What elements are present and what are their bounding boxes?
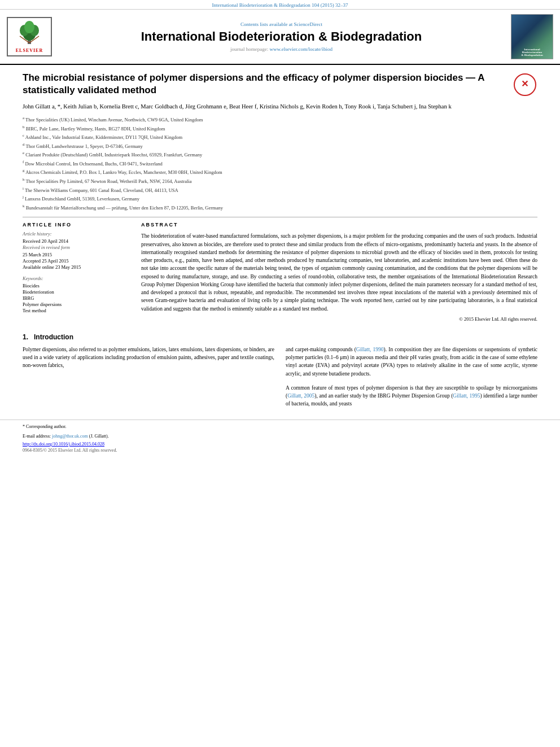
keyword-3: IBRG [23, 295, 130, 301]
elsevier-logo: ELSEVIER [7, 17, 52, 56]
info-abstract-section: ARTICLE INFO Article history: Received 2… [23, 222, 537, 322]
svg-point-4 [24, 21, 34, 33]
history-label: Article history: [23, 231, 130, 237]
abstract-heading: ABSTRACT [141, 222, 537, 228]
affiliation-k: k Bundesanstalt für Materialforschung un… [23, 203, 537, 212]
intro-text-right-1: and carpet-making compounds (Gillatt, 19… [286, 346, 537, 378]
affiliation-h: h Thor Specialities Pty Limited, 67 Newt… [23, 177, 537, 185]
affiliation-d: d Thor GmbH, Landwehrstrasse 1, Speyer, … [23, 142, 537, 150]
accepted-date: Accepted 25 April 2015 [23, 258, 130, 264]
intro-text-left: Polymer dispersions, also referred to as… [23, 346, 274, 370]
intro-text-right-2: A common feature of most types of polyme… [286, 384, 537, 408]
journal-center: Contents lists available at ScienceDirec… [58, 21, 505, 52]
doi-link[interactable]: http://dx.doi.org/10.1016/j.ibiod.2015.0… [23, 442, 104, 447]
keyword-2: Biodeterioration [23, 289, 130, 295]
issn-line: 0964-8305/© 2015 Elsevier Ltd. All right… [23, 448, 537, 453]
email-footnote: E-mail address: johng@thor.uk.com (J. Gi… [23, 433, 537, 439]
divider-1 [23, 217, 537, 217]
revised-label: Received in revised form [23, 244, 130, 250]
copyright-notice: © 2015 Elsevier Ltd. All rights reserved… [141, 316, 537, 322]
introduction-section: 1. Introduction Polymer dispersions, als… [0, 333, 560, 408]
affiliation-c: c Ashland Inc., Vale Industrial Estate, … [23, 133, 537, 141]
affiliation-a: a Thor Specialities (UK) Limited, Wincha… [23, 115, 537, 124]
article-footer: * Corresponding author. E-mail address: … [0, 420, 560, 458]
crossmark-icon: ✕ [514, 73, 536, 96]
abstract-body: The biodeterioration of water-based manu… [141, 232, 537, 313]
article-info-column: ARTICLE INFO Article history: Received 2… [23, 222, 130, 322]
online-date: Available online 23 May 2015 [23, 264, 130, 270]
abstract-column: ABSTRACT The biodeterioration of water-b… [141, 222, 537, 322]
intro-columns: Polymer dispersions, also referred to as… [23, 346, 537, 408]
affiliation-e: e Clariant Produkte (Deutschland) GmbH, … [23, 150, 537, 159]
top-bar: International Biodeterioration & Biodegr… [0, 0, 560, 10]
article-title: The microbial resistance of polymer disp… [23, 72, 537, 97]
keywords-label: Keywords: [23, 276, 130, 281]
sciencedirect-link: Contents lists available at ScienceDirec… [58, 21, 505, 27]
affiliation-f: f Dow Microbial Control, Im Ochsensand, … [23, 159, 537, 168]
intro-col-left: Polymer dispersions, also referred to as… [23, 346, 274, 408]
affiliations: a Thor Specialities (UK) Limited, Wincha… [23, 115, 537, 211]
sciencedirect-anchor[interactable]: ScienceDirect [294, 21, 322, 27]
keyword-1: Biocides [23, 283, 130, 289]
keyword-5: Test method [23, 308, 130, 313]
elsevier-wordmark: ELSEVIER [10, 48, 49, 53]
crossmark-badge: ✕ [512, 72, 537, 97]
journal-title: International Biodeterioration & Biodegr… [58, 29, 505, 44]
received-date: Received 20 April 2014 [23, 238, 130, 244]
journal-citation: International Biodeterioration & Biodegr… [212, 2, 348, 8]
affiliation-i: i The Sherwin Williams Company, 601 Cana… [23, 186, 537, 194]
corresponding-author-note: * Corresponding author. [23, 423, 537, 430]
keywords-section: Keywords: Biocides Biodeterioration IBRG… [23, 276, 130, 313]
doi-line: http://dx.doi.org/10.1016/j.ibiod.2015.0… [23, 442, 537, 447]
keyword-4: Polymer dispersions [23, 302, 130, 307]
journal-homepage: journal homepage: www.elsevier.com/locat… [58, 46, 505, 52]
cover-image: InternationalBiodeterioration& Biodegrad… [511, 14, 553, 59]
article-content: The microbial resistance of polymer disp… [0, 65, 560, 322]
cover-text: InternationalBiodeterioration& Biodegrad… [521, 48, 542, 56]
revised-date: 25 March 2015 [23, 252, 130, 257]
journal-cover: InternationalBiodeterioration& Biodegrad… [511, 14, 553, 59]
email-link[interactable]: johng@thor.uk.com [52, 434, 88, 439]
article-info-heading: ARTICLE INFO [23, 222, 130, 228]
journal-url[interactable]: www.elsevier.com/locate/ibiod [270, 46, 333, 52]
affiliation-g: g Akcros Chemicals Limited, P.O. Box 1, … [23, 168, 537, 176]
intro-col-right: and carpet-making compounds (Gillatt, 19… [286, 346, 537, 408]
affiliation-b: b BIRC, Pale Lane, Hartley Wintney, Hant… [23, 124, 537, 133]
authors-line: John Gillatt a, *, Keith Julian b, Korne… [23, 102, 537, 112]
journal-header: ELSEVIER Contents lists available at Sci… [0, 10, 560, 65]
section-heading: 1. Introduction [23, 333, 537, 341]
affiliation-j: j Lanxess Deutschland GmbH, 51369, Lever… [23, 194, 537, 203]
